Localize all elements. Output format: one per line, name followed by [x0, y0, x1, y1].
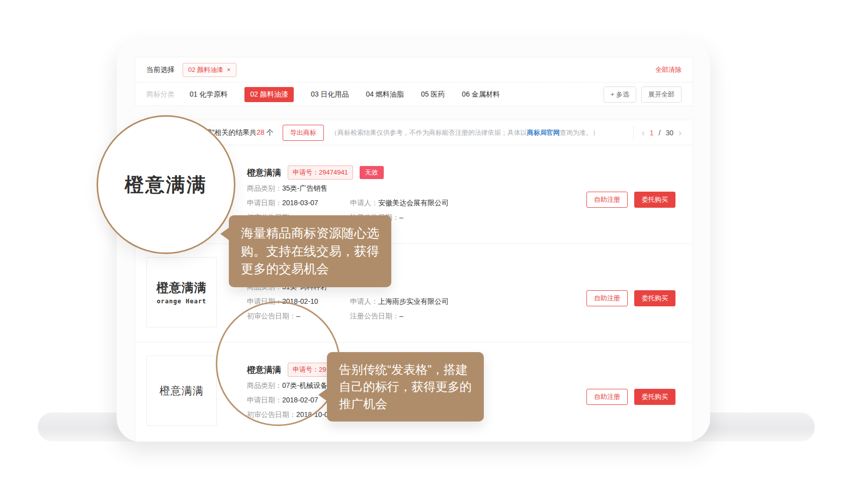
category-item-06[interactable]: 06 金属材料 — [462, 90, 499, 99]
marketing-tooltip-trade: 海量精品商标资源随心选 购。支持在线交易，获得 更多的交易机会 — [229, 215, 391, 287]
selected-category-tag-label: 02 颜料油漆 — [188, 65, 223, 74]
trademark-row: 橙意满满 orange Heart 橙意满满 申请号：29482153 已注册 … — [135, 244, 693, 343]
tooltip-line: 购。支持在线交易，获得 — [241, 242, 379, 261]
marketing-tooltip-promo: 告别传统“发表格”，搭建 自己的标行，获得更多的 推广机会 — [327, 352, 484, 422]
magnifier-circle: 橙意满满 — [97, 115, 235, 254]
application-number-tag: 申请号：29474941 — [288, 165, 353, 180]
category-item-02-active[interactable]: 02 颜料油漆 — [244, 87, 293, 102]
entrust-purchase-button[interactable]: 委托购买 — [634, 389, 675, 405]
next-page-icon[interactable]: › — [678, 128, 681, 137]
tooltip-line: 海量精品商标资源随心选 — [241, 224, 379, 242]
filter-panel: 当前选择 02 颜料油漆 × 全部清除 商标分类 01 化学原料 02 颜料油漆… — [135, 57, 693, 106]
disclaimer-post: 查询为准。） — [560, 129, 599, 136]
category-list: 01 化学原料 02 颜料油漆 03 日化用品 04 燃料油脂 05 医药 06… — [190, 87, 500, 102]
trademark-logo-subtext: orange Heart — [157, 298, 207, 305]
prev-page-icon[interactable]: ‹ — [642, 128, 645, 137]
category-item-05[interactable]: 05 医药 — [421, 90, 445, 99]
category-item-04[interactable]: 04 燃料油脂 — [366, 90, 403, 99]
page: 当前选择 02 颜料油漆 × 全部清除 商标分类 01 化学原料 02 颜料油漆… — [0, 0, 853, 504]
current-selection-row: 当前选择 02 颜料油漆 × 全部清除 — [135, 57, 693, 82]
multi-select-button[interactable]: + 多选 — [604, 87, 636, 103]
category-item-01[interactable]: 01 化学原料 — [190, 90, 227, 99]
tooltip-line: 推广机会 — [339, 395, 472, 412]
current-page: 1 — [650, 129, 654, 137]
category-row: 商标分类 01 化学原料 02 颜料油漆 03 日化用品 04 燃料油脂 05 … — [135, 82, 693, 107]
self-register-button[interactable]: 自助注册 — [586, 192, 628, 208]
registration-publication-value: – — [399, 213, 403, 221]
registration-publication-value: – — [399, 312, 403, 320]
application-number-label: 申请号： — [293, 169, 319, 176]
trademark-logo: 橙意满满 — [146, 356, 217, 426]
summary-count: 28 — [257, 128, 265, 136]
expand-all-button[interactable]: 展开全部 — [641, 87, 681, 103]
applicant-label: 申请人： — [350, 199, 378, 207]
self-register-button[interactable]: 自助注册 — [586, 389, 628, 405]
category-label: 商品类别： — [247, 184, 282, 192]
tooltip-line: 告别传统“发表格”，搭建 — [339, 361, 472, 378]
disclaimer-pre: （商标检索结果仅供参考，不作为商标能否注册的法律依据；具体以 — [331, 129, 527, 136]
current-selection-label: 当前选择 — [146, 65, 175, 74]
trademark-logo-text: 橙意满满 — [156, 280, 207, 296]
apply-date-value: 2018-03-07 — [282, 199, 318, 207]
magnified-trademark-text: 橙意满满 — [125, 172, 207, 198]
category-value: 35类-广告销售 — [282, 184, 327, 192]
total-pages: 30 — [665, 129, 673, 137]
category-item-03[interactable]: 03 日化用品 — [311, 90, 349, 99]
trademark-logo-text: 橙意满满 — [159, 384, 204, 398]
entrust-purchase-button[interactable]: 委托购买 — [634, 290, 675, 306]
tooltip-line: 更多的交易机会 — [241, 260, 379, 278]
apply-date-label: 申请日期： — [247, 199, 282, 207]
self-register-button[interactable]: 自助注册 — [586, 290, 628, 306]
category-row-label: 商标分类 — [146, 90, 175, 99]
tooltip-line: 自己的标行，获得更多的 — [339, 378, 472, 395]
applicant-value: 上海雨步实业有限公司 — [378, 297, 449, 305]
magnifier-ring — [216, 301, 340, 426]
remove-tag-icon[interactable]: × — [227, 66, 231, 73]
export-trademark-button[interactable]: 导出商标 — [283, 125, 324, 141]
applicant-label: 申请人： — [350, 297, 378, 305]
pagination: ‹ 1 / 30 › — [642, 128, 681, 137]
trademark-details: 橙意满满 申请号：29474941 无效 商品类别：35类-广告销售 申请日期：… — [247, 165, 384, 223]
status-badge: 无效 — [360, 166, 384, 179]
trademark-office-link[interactable]: 商标局官网 — [527, 129, 560, 136]
trademark-logo: 橙意满满 orange Heart — [146, 257, 217, 327]
results-disclaimer: （商标检索结果仅供参考，不作为商标能否注册的法律依据；具体以商标局官网查询为准。… — [331, 128, 625, 137]
entrust-purchase-button[interactable]: 委托购买 — [634, 192, 675, 208]
clear-all-link[interactable]: 全部清除 — [655, 65, 681, 74]
registration-publication-label: 注册公告日期： — [350, 312, 399, 320]
selected-category-tag[interactable]: 02 颜料油漆 × — [183, 63, 236, 77]
header-divider — [633, 126, 634, 140]
page-separator: / — [659, 129, 661, 137]
trademark-name: 橙意满满 — [247, 167, 281, 179]
summary-suffix: 个 — [265, 128, 274, 136]
applicant-value: 安徽美达会展有限公司 — [378, 199, 449, 207]
application-number: 29474941 — [319, 169, 348, 176]
